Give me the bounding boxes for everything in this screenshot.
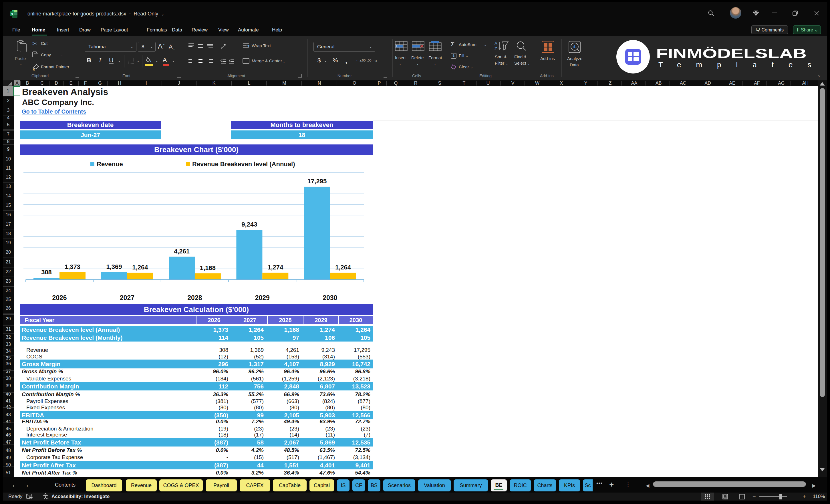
svg-text:2027: 2027 [120,294,134,302]
svg-text:Z: Z [494,46,497,51]
svg-text:308: 308 [41,269,52,276]
svg-text:9,243: 9,243 [242,221,257,228]
svg-text:2026: 2026 [52,294,67,302]
svg-text:1,274: 1,274 [267,264,283,271]
svg-text:2028: 2028 [187,294,202,302]
svg-text:4,261: 4,261 [174,248,190,255]
svg-text:2030: 2030 [323,294,337,302]
svg-text:1,369: 1,369 [106,263,122,270]
svg-text:A: A [494,41,498,46]
svg-text:1,373: 1,373 [65,263,81,270]
svg-text:1,264: 1,264 [335,264,351,271]
svg-text:1,264: 1,264 [132,264,148,271]
svg-text:2029: 2029 [255,294,270,302]
svg-text:1,168: 1,168 [200,264,216,272]
svg-text:17,295: 17,295 [308,178,327,185]
svg-text:x: x [11,12,13,16]
